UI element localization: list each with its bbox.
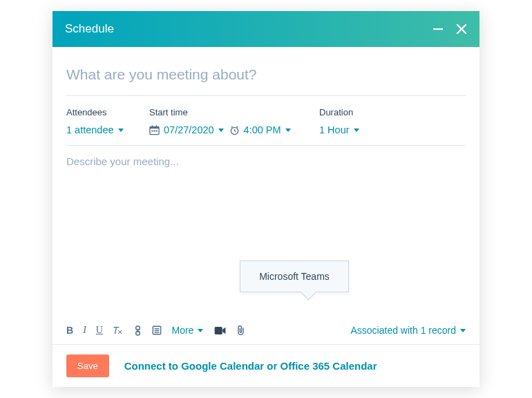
caret-down-icon bbox=[285, 129, 291, 132]
schedule-modal: Schedule Attendees 1 attendee Start bbox=[53, 11, 479, 387]
modal-header: Schedule bbox=[53, 11, 479, 47]
minimize-icon[interactable] bbox=[433, 23, 444, 35]
attendees-value: 1 attendee bbox=[66, 124, 114, 135]
video-conference-tooltip: Microsoft Teams bbox=[240, 260, 349, 292]
format-group: B I U T✕ More bbox=[66, 325, 246, 336]
subject-input[interactable] bbox=[66, 66, 466, 83]
close-icon[interactable] bbox=[456, 23, 467, 35]
start-time-field: Start time 07/27/2020 4:00 PM bbox=[149, 107, 319, 135]
fields-row: Attendees 1 attendee Start time 07/27/20… bbox=[66, 99, 466, 146]
duration-field: Duration 1 Hour bbox=[319, 107, 359, 135]
calendar-icon bbox=[149, 125, 160, 135]
modal-content: Attendees 1 attendee Start time 07/27/20… bbox=[53, 47, 479, 344]
editor-toolbar: B I U T✕ More bbox=[66, 317, 466, 344]
link-button[interactable] bbox=[133, 325, 142, 336]
start-time-controls: 07/27/2020 4:00 PM bbox=[149, 124, 319, 135]
subject-row bbox=[66, 58, 466, 96]
caret-down-icon bbox=[460, 329, 466, 332]
date-value: 07/27/2020 bbox=[164, 124, 214, 135]
video-button[interactable] bbox=[214, 326, 226, 335]
clear-format-button[interactable]: T✕ bbox=[113, 325, 124, 335]
date-dropdown[interactable]: 07/27/2020 bbox=[164, 124, 224, 135]
attachment-button[interactable] bbox=[236, 325, 246, 336]
time-value: 4:00 PM bbox=[244, 124, 281, 135]
attendees-label: Attendees bbox=[66, 107, 149, 117]
more-button[interactable]: More bbox=[171, 325, 203, 336]
tooltip-text: Microsoft Teams bbox=[259, 271, 330, 282]
duration-value: 1 Hour bbox=[319, 124, 350, 135]
clock-icon bbox=[229, 125, 240, 135]
attendees-dropdown[interactable]: 1 attendee bbox=[66, 124, 149, 135]
duration-label: Duration bbox=[319, 107, 359, 117]
caret-down-icon bbox=[218, 129, 224, 132]
start-time-label: Start time bbox=[149, 107, 319, 117]
attendees-field: Attendees 1 attendee bbox=[66, 107, 149, 135]
svg-rect-5 bbox=[151, 130, 153, 131]
connect-calendar-link[interactable]: Connect to Google Calendar or Office 365… bbox=[124, 360, 377, 372]
svg-rect-0 bbox=[433, 28, 443, 30]
description-input[interactable] bbox=[66, 155, 466, 266]
associated-dropdown[interactable]: Associated with 1 record bbox=[350, 325, 466, 336]
more-label: More bbox=[171, 325, 193, 336]
svg-rect-2 bbox=[150, 126, 159, 129]
svg-rect-7 bbox=[156, 130, 158, 131]
caret-down-icon bbox=[118, 129, 124, 132]
header-actions bbox=[433, 23, 467, 35]
save-button[interactable]: Save bbox=[66, 354, 109, 377]
svg-rect-6 bbox=[153, 130, 155, 131]
bold-button[interactable]: B bbox=[66, 325, 73, 335]
time-dropdown[interactable]: 4:00 PM bbox=[244, 124, 291, 135]
associated-label: Associated with 1 record bbox=[350, 325, 456, 336]
duration-dropdown[interactable]: 1 Hour bbox=[319, 124, 359, 135]
modal-title: Schedule bbox=[65, 22, 114, 36]
modal-footer: Save Connect to Google Calendar or Offic… bbox=[53, 344, 479, 387]
svg-rect-16 bbox=[215, 326, 222, 334]
svg-rect-4 bbox=[156, 125, 158, 127]
underline-button[interactable]: U bbox=[96, 325, 103, 335]
svg-rect-3 bbox=[152, 125, 153, 127]
list-button[interactable] bbox=[152, 325, 162, 335]
italic-button[interactable]: I bbox=[83, 325, 86, 335]
caret-down-icon bbox=[354, 129, 359, 132]
caret-down-icon bbox=[198, 329, 203, 332]
